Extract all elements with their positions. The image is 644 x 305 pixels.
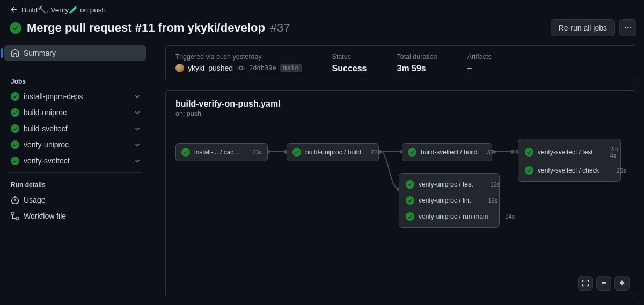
status-check-icon: [10, 22, 21, 34]
sidebar-job-build-sveltecf[interactable]: build-sveltecf: [4, 121, 146, 137]
node-time: 25s: [604, 167, 626, 174]
duration-value: 3m 59s: [397, 64, 437, 73]
breadcrumb[interactable]: Build🔨, Verify🧪 on push: [10, 5, 634, 14]
breadcrumb-label: Build🔨, Verify🧪 on push: [21, 5, 106, 14]
run-number: #37: [270, 21, 290, 35]
job-label: verify-uniproc: [24, 140, 129, 149]
success-icon: [525, 148, 533, 157]
chevron-down-icon: [133, 140, 142, 149]
node-time: 19s: [475, 197, 497, 204]
graph-port: [510, 150, 515, 154]
duration-label: Total duration: [397, 53, 437, 61]
zoom-out-button[interactable]: −: [596, 276, 611, 291]
node-time: 14s: [492, 213, 515, 220]
node-time: 23s: [247, 149, 262, 155]
success-icon: [525, 166, 533, 175]
branch-tag[interactable]: main: [280, 64, 302, 72]
sidebar-job-verify-uniproc[interactable]: verify-uniproc: [4, 137, 146, 153]
usage-label: Usage: [24, 196, 45, 204]
graph-node-verify-sveltecf[interactable]: verify-sveltecf / test 2m 4s verify-svel…: [518, 139, 621, 182]
success-icon: [406, 212, 414, 221]
chevron-down-icon: [133, 157, 142, 165]
job-label: build-sveltecf: [24, 124, 129, 133]
stopwatch-icon: [11, 196, 19, 204]
graph-node-install[interactable]: install-... / cache-and-install 23s: [175, 143, 268, 161]
sidebar-job-install-pnpm-deps[interactable]: install-pnpm-deps: [4, 88, 146, 105]
success-icon: [11, 92, 19, 101]
sidebar-summary-label: Summary: [24, 49, 56, 57]
graph-node-build-uniproc[interactable]: build-uniproc / build 22s: [287, 143, 379, 161]
node-label: install-... / cache-and-install: [194, 148, 243, 156]
graph-edge-curve: [378, 151, 400, 189]
sidebar-workflow-file[interactable]: Workflow file: [4, 208, 146, 224]
node-label: verify-uniproc / lint: [419, 197, 471, 204]
more-actions-button[interactable]: [619, 19, 636, 36]
run-details-header: Run details: [4, 176, 146, 192]
graph-node-build-sveltecf[interactable]: build-sveltecf / build 30s: [402, 143, 492, 161]
sidebar-job-build-uniproc[interactable]: build-uniproc: [4, 105, 146, 121]
sidebar-summary[interactable]: Summary: [4, 45, 146, 61]
workflow-file-label: Workflow file: [24, 212, 66, 220]
page-title: Merge pull request #11 from ykyki/develo…: [27, 21, 265, 35]
commit-hash[interactable]: 2ddb39e: [249, 64, 276, 72]
chevron-down-icon: [133, 108, 142, 117]
chevron-down-icon: [133, 124, 142, 133]
status-label: Status: [332, 53, 367, 61]
fullscreen-button[interactable]: [578, 276, 593, 291]
jobs-header: Jobs: [4, 72, 146, 88]
node-label: verify-sveltecf / check: [538, 167, 599, 174]
run-meta-panel: Triggered via push yesterday ykyki pushe…: [165, 45, 636, 81]
node-label: verify-sveltecf / test: [538, 148, 593, 156]
triggered-label: Triggered via push yesterday: [175, 53, 302, 61]
artifacts-label: Artifacts: [467, 53, 492, 61]
success-icon: [292, 148, 301, 157]
graph-edge: [268, 151, 285, 152]
node-time: 2m 4s: [597, 146, 618, 159]
workflow-graph[interactable]: build-verify-on-push.yaml on: push: [165, 90, 636, 297]
home-icon: [11, 49, 19, 57]
node-time: 16s: [477, 181, 500, 188]
actor-name[interactable]: ykyki: [188, 64, 204, 72]
artifacts-value: –: [467, 64, 492, 73]
success-icon: [11, 108, 19, 117]
job-label: install-pnpm-deps: [24, 92, 129, 101]
back-arrow-icon: [10, 5, 18, 14]
success-icon: [11, 124, 19, 133]
divider: [9, 69, 142, 69]
node-label: build-uniproc / build: [305, 148, 361, 156]
graph-node-verify-uniproc[interactable]: verify-uniproc / test 16s verify-uniproc…: [399, 173, 500, 228]
job-label: build-uniproc: [24, 108, 129, 117]
zoom-in-button[interactable]: +: [614, 276, 630, 291]
pushed-text: pushed: [208, 64, 233, 72]
success-icon: [406, 180, 414, 189]
rerun-all-button[interactable]: Re-run all jobs: [551, 19, 615, 36]
node-time: 22s: [365, 149, 380, 155]
sidebar-usage[interactable]: Usage: [4, 192, 146, 208]
commit-icon: [237, 64, 245, 72]
node-time: 30s: [481, 149, 496, 155]
divider: [9, 172, 142, 173]
success-icon: [11, 157, 19, 165]
success-icon: [181, 148, 190, 157]
fullscreen-icon: [582, 279, 589, 287]
success-icon: [408, 148, 416, 157]
node-label: build-sveltecf / build: [421, 148, 477, 156]
chevron-down-icon: [133, 92, 142, 101]
node-label: verify-uniproc / test: [419, 181, 473, 188]
kebab-icon: [624, 24, 632, 32]
node-label: verify-uniproc / run-main: [419, 213, 488, 220]
success-icon: [11, 140, 19, 149]
sidebar-job-verify-sveltecf[interactable]: verify-sveltecf: [4, 153, 146, 169]
workflow-icon: [11, 212, 19, 220]
avatar[interactable]: [175, 64, 184, 72]
job-label: verify-sveltecf: [24, 157, 129, 165]
status-value: Success: [332, 64, 367, 73]
success-icon: [406, 196, 414, 205]
